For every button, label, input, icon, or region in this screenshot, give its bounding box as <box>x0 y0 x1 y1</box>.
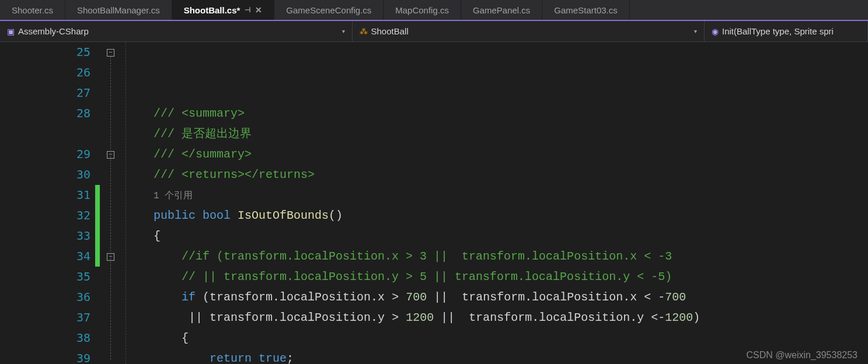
code-content[interactable]: /// <summary> /// 是否超出边界 /// </summary> … <box>126 42 868 364</box>
tab-gamepanel[interactable]: GamePanel.cs <box>461 0 542 20</box>
tab-mapconfig[interactable]: MapConfig.cs <box>384 0 461 20</box>
tab-shooter[interactable]: Shooter.cs <box>0 0 65 20</box>
tab-bar: Shooter.cs ShootBallManager.cs ShootBall… <box>0 0 868 21</box>
breadcrumb-project[interactable]: ▣ Assembly-CSharp ▾ <box>0 21 353 41</box>
chevron-down-icon: ▾ <box>342 28 345 34</box>
fold-line <box>110 57 111 360</box>
tab-gamestart03[interactable]: GameStart03.cs <box>542 0 629 20</box>
chevron-down-icon: ▾ <box>694 28 697 34</box>
code-line[interactable]: if (transform.localPosition.x > 700 || t… <box>126 287 868 307</box>
method-icon: ◉ <box>712 27 719 36</box>
code-line[interactable]: || transform.localPosition.y > 1200 || t… <box>126 307 868 328</box>
watermark: CSDN @weixin_39538253 <box>746 350 857 360</box>
breadcrumb-bar: ▣ Assembly-CSharp ▾ ⁂ ShootBall ▾ ◉ Init… <box>0 21 868 42</box>
line-gutter: 252627282930313233343536373839 <box>0 42 102 364</box>
code-line[interactable]: { <box>126 226 868 246</box>
tab-gamesceneconfig[interactable]: GameSceneConfig.cs <box>274 0 384 20</box>
class-icon: ⁂ <box>360 27 368 36</box>
code-line[interactable]: { <box>126 328 868 348</box>
code-editor[interactable]: 252627282930313233343536373839 − − − ///… <box>0 42 868 364</box>
code-line[interactable]: //if (transform.localPosition.x > 3 || t… <box>126 246 868 267</box>
fold-toggle[interactable]: − <box>107 49 114 57</box>
code-line[interactable]: /// <summary> <box>126 103 868 124</box>
close-icon[interactable]: ✕ <box>255 5 262 15</box>
code-line[interactable]: 1 个引用 <box>126 185 868 205</box>
code-line[interactable]: /// <returns></returns> <box>126 164 868 185</box>
code-line[interactable]: // || transform.localPosition.y > 5 || t… <box>126 267 868 287</box>
fold-column: − − − <box>102 42 126 364</box>
tab-shootball[interactable]: ShootBall.cs* ⊣ ✕ <box>172 0 275 20</box>
breadcrumb-class[interactable]: ⁂ ShootBall ▾ <box>353 21 705 41</box>
tab-shootballmanager[interactable]: ShootBallManager.cs <box>65 0 172 20</box>
project-icon: ▣ <box>7 27 15 36</box>
code-line[interactable]: public bool IsOutOfBounds() <box>126 205 868 226</box>
code-line[interactable]: /// 是否超出边界 <box>126 124 868 144</box>
pin-icon[interactable]: ⊣ <box>245 6 250 14</box>
code-line[interactable]: /// </summary> <box>126 144 868 164</box>
change-marker <box>95 185 100 267</box>
breadcrumb-method[interactable]: ◉ Init(BallType type, Sprite spri <box>705 21 868 41</box>
